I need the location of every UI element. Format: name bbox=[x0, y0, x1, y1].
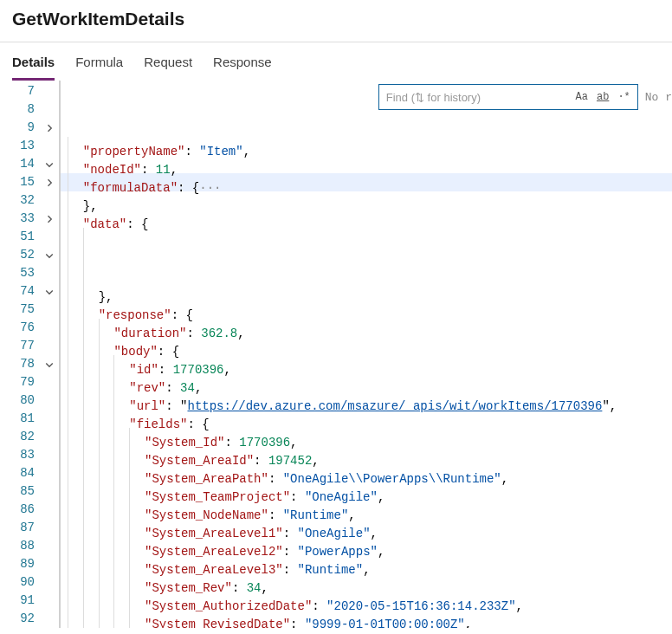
fold-toggle bbox=[40, 319, 59, 337]
line-number: 13 bbox=[0, 137, 40, 155]
code-line[interactable]: "rev": 34, bbox=[61, 373, 672, 391]
fold-toggle bbox=[40, 301, 59, 319]
find-widget: Aa ab ·* No r bbox=[378, 82, 672, 112]
code-line[interactable]: }, bbox=[61, 282, 672, 301]
line-number: 90 bbox=[0, 573, 40, 592]
line-number: 52 bbox=[0, 246, 40, 264]
line-number: 79 bbox=[0, 373, 40, 391]
code-line[interactable]: "System_AreaLevel2": "PowerApps", bbox=[61, 537, 672, 555]
code-editor: 7891314153233515253747576777879808182838… bbox=[0, 81, 672, 628]
line-number: 82 bbox=[0, 428, 40, 446]
code-line[interactable]: "duration": 362.8, bbox=[61, 319, 672, 337]
match-word-icon[interactable]: ab bbox=[595, 87, 611, 108]
code-line[interactable]: "formulaData": {··· bbox=[61, 173, 672, 191]
fold-toggle bbox=[40, 482, 59, 501]
chevron-down-icon[interactable] bbox=[40, 355, 59, 373]
line-number: 74 bbox=[0, 282, 40, 301]
line-number: 51 bbox=[0, 228, 40, 246]
code-line[interactable]: "System_AreaLevel1": "OneAgile", bbox=[61, 519, 672, 537]
fold-toggle bbox=[40, 264, 59, 282]
line-number: 78 bbox=[0, 355, 40, 373]
fold-toggle bbox=[40, 428, 59, 446]
code-line[interactable]: "System_AuthorizedDate": "2020-05-15T16:… bbox=[61, 592, 672, 610]
fold-toggle bbox=[40, 391, 59, 410]
line-number: 15 bbox=[0, 173, 40, 191]
fold-toggle bbox=[40, 100, 59, 119]
code-line[interactable]: "System_AreaPath": "OneAgile\\PowerApps\… bbox=[61, 464, 672, 482]
code-area[interactable]: Aa ab ·* No r "propertyName": "Item", "n… bbox=[59, 81, 672, 628]
code-line[interactable] bbox=[61, 264, 672, 282]
code-line[interactable] bbox=[61, 246, 672, 264]
code-line[interactable]: "System_AreaId": 197452, bbox=[61, 446, 672, 464]
line-number: 84 bbox=[0, 464, 40, 482]
code-line[interactable]: "nodeId": 11, bbox=[61, 155, 672, 173]
line-number: 87 bbox=[0, 519, 40, 537]
line-number: 86 bbox=[0, 501, 40, 519]
line-number: 81 bbox=[0, 410, 40, 428]
line-number: 14 bbox=[0, 155, 40, 173]
line-number: 77 bbox=[0, 337, 40, 355]
find-input[interactable] bbox=[384, 90, 569, 105]
code-line[interactable]: "System_TeamProject": "OneAgile", bbox=[61, 482, 672, 501]
fold-toggle bbox=[40, 446, 59, 464]
code-line[interactable]: "response": { bbox=[61, 301, 672, 319]
code-line[interactable]: "System_RevisedDate": "9999-01-01T00:00:… bbox=[61, 610, 672, 628]
fold-toggle bbox=[40, 410, 59, 428]
fold-toggle bbox=[40, 137, 59, 155]
find-results-label: No r bbox=[645, 88, 672, 107]
chevron-down-icon[interactable] bbox=[40, 282, 59, 301]
code-line[interactable]: "System_Id": 1770396, bbox=[61, 428, 672, 446]
fold-gutter bbox=[40, 81, 59, 628]
regex-icon[interactable]: ·* bbox=[616, 87, 631, 108]
chevron-right-icon[interactable] bbox=[40, 119, 59, 137]
tab-formula[interactable]: Formula bbox=[75, 44, 123, 81]
code-line[interactable]: "propertyName": "Item", bbox=[61, 137, 672, 155]
line-number: 91 bbox=[0, 592, 40, 610]
fold-toggle bbox=[40, 610, 59, 628]
chevron-right-icon[interactable] bbox=[40, 173, 59, 191]
line-number: 83 bbox=[0, 446, 40, 464]
line-number: 53 bbox=[0, 264, 40, 282]
find-box: Aa ab ·* bbox=[378, 84, 638, 110]
line-number: 88 bbox=[0, 537, 40, 555]
line-number: 92 bbox=[0, 610, 40, 628]
code-line[interactable]: "System_AreaLevel3": "Runtime", bbox=[61, 555, 672, 573]
line-number: 89 bbox=[0, 555, 40, 573]
code-line[interactable] bbox=[61, 228, 672, 246]
code-line[interactable]: "id": 1770396, bbox=[61, 355, 672, 373]
chevron-down-icon[interactable] bbox=[40, 246, 59, 264]
code-line[interactable]: "data": { bbox=[61, 210, 672, 228]
fold-toggle bbox=[40, 573, 59, 592]
fold-toggle bbox=[40, 464, 59, 482]
fold-toggle bbox=[40, 228, 59, 246]
page-title: GetWorkItemDetails bbox=[0, 0, 672, 42]
tabs: Details Formula Request Response bbox=[0, 42, 672, 81]
tab-response[interactable]: Response bbox=[213, 44, 272, 81]
fold-toggle bbox=[40, 519, 59, 537]
tab-details[interactable]: Details bbox=[12, 44, 55, 81]
fold-toggle bbox=[40, 501, 59, 519]
line-number: 33 bbox=[0, 210, 40, 228]
line-number: 85 bbox=[0, 482, 40, 501]
match-case-icon[interactable]: Aa bbox=[574, 87, 590, 108]
fold-toggle bbox=[40, 337, 59, 355]
code-line[interactable]: "url": "https://dev.azure.com/msazure/_a… bbox=[61, 391, 672, 410]
chevron-right-icon[interactable] bbox=[40, 210, 59, 228]
tab-request[interactable]: Request bbox=[144, 44, 192, 81]
code-line[interactable]: "body": { bbox=[61, 337, 672, 355]
line-number: 75 bbox=[0, 301, 40, 319]
line-number: 8 bbox=[0, 100, 40, 119]
line-number: 32 bbox=[0, 191, 40, 210]
fold-toggle bbox=[40, 373, 59, 391]
fold-toggle bbox=[40, 555, 59, 573]
line-number-gutter: 7891314153233515253747576777879808182838… bbox=[0, 81, 40, 628]
line-number: 7 bbox=[0, 82, 40, 100]
chevron-down-icon[interactable] bbox=[40, 155, 59, 173]
fold-toggle bbox=[40, 592, 59, 610]
line-number: 80 bbox=[0, 391, 40, 410]
fold-toggle bbox=[40, 191, 59, 210]
line-number: 9 bbox=[0, 119, 40, 137]
line-number: 76 bbox=[0, 319, 40, 337]
fold-toggle bbox=[40, 82, 59, 100]
fold-toggle bbox=[40, 537, 59, 555]
